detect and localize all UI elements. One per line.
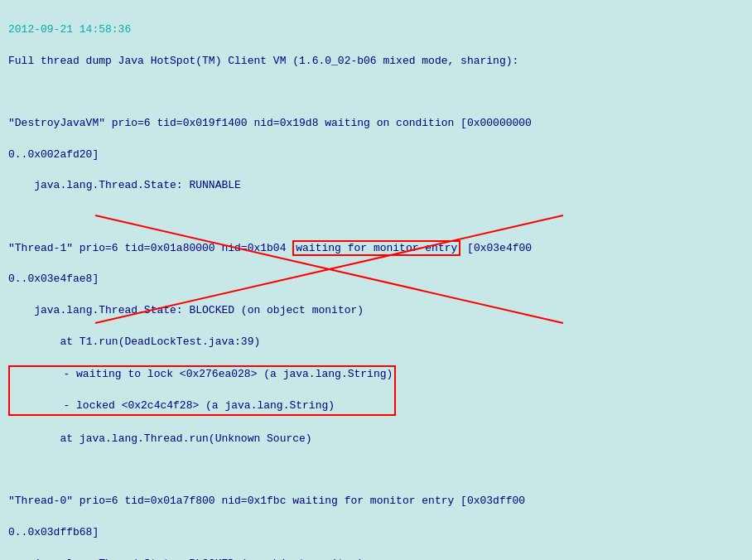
destroy-line: "DestroyJavaVM" prio=6 tid=0x019f1400 ni… (8, 117, 532, 129)
terminal-output: 2012-09-21 14:58:36 Full thread dump Jav… (3, 3, 749, 560)
destroy-state: java.lang.Thread.State: RUNNABLE (8, 179, 241, 191)
thread1-rest: [0x03e4f00 (460, 242, 532, 254)
thread1-at: at T1.run(DeadLockTest.java:39) (8, 336, 260, 348)
thread1-run: at java.lang.Thread.run(Unknown Source) (8, 432, 312, 445)
destroy-addr: 0..0x002afd20] (8, 148, 99, 161)
thread1-lock-section: - waiting to lock <0x276ea028> (a java.l… (8, 365, 396, 416)
thread1-lock2: - locked <0x2c4c4f28> (a java.lang.Strin… (12, 399, 335, 412)
thread1-addr: 0..0x03e4fae8] (8, 273, 99, 285)
thread0-addr: 0..0x03dffb68] (8, 526, 99, 538)
thread1-lock1: - waiting to lock <0x276ea028> (a java.l… (12, 368, 393, 380)
thread1-line: "Thread-1" prio=6 tid=0x01a80000 nid=0x1… (8, 242, 292, 254)
thread0-line: "Thread-0" prio=6 tid=0x01a7f800 nid=0x1… (8, 495, 525, 507)
line1: Full thread dump Java HotSpot(TM) Client… (8, 55, 518, 67)
thread1-waiting-highlight: waiting for monitor entry (292, 240, 460, 256)
thread0-state: java.lang.Thread.State: BLOCKED (on obje… (8, 558, 364, 560)
thread1-state: java.lang.Thread.State: BLOCKED (on obje… (8, 304, 364, 316)
timestamp: 2012-09-21 14:58:36 (8, 23, 131, 36)
